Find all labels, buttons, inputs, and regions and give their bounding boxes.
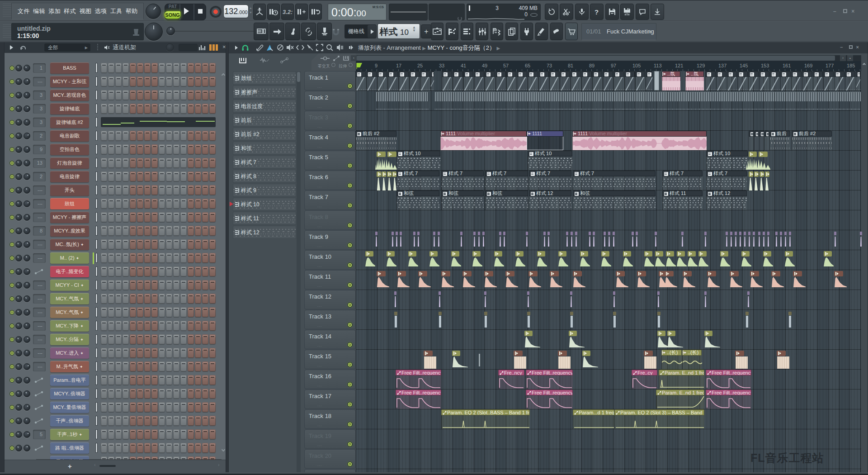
svg-text:?: ? bbox=[594, 8, 599, 16]
svg-text:3.2:: 3.2: bbox=[283, 9, 292, 15]
